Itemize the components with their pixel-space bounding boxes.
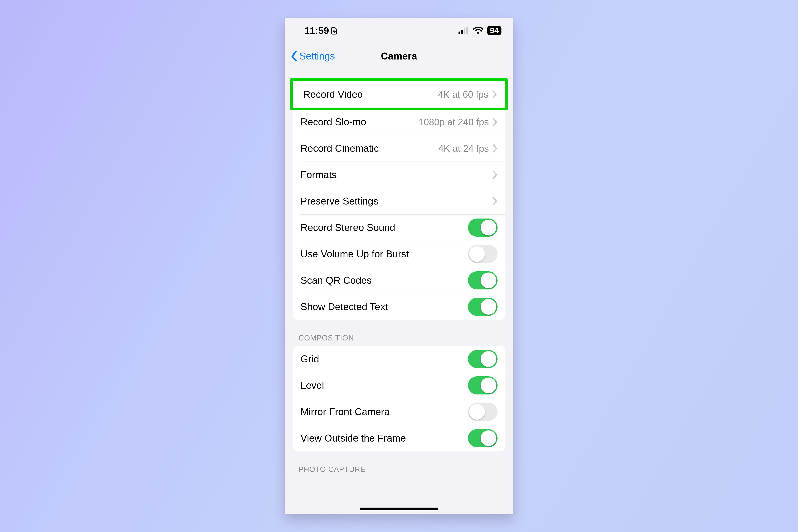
highlight-record-video: Record Video 4K at 60 fps xyxy=(290,78,508,110)
chevron-right-icon xyxy=(492,118,497,126)
row-label: Record Stereo Sound xyxy=(301,222,395,233)
row-label: Use Volume Up for Burst xyxy=(301,248,409,260)
phone-screen: 11:59 xyxy=(285,18,513,514)
toggle-grid[interactable] xyxy=(468,350,497,368)
row-value: 4K at 24 fps xyxy=(438,143,489,154)
row-label: View Outside the Frame xyxy=(301,433,406,444)
chevron-right-icon xyxy=(492,144,497,153)
svg-rect-5 xyxy=(466,27,468,34)
row-right: 4K at 60 fps xyxy=(438,89,497,100)
row-grid: Grid xyxy=(292,346,506,372)
svg-rect-3 xyxy=(461,30,463,34)
toggle-view-outside[interactable] xyxy=(468,429,497,447)
chevron-right-icon xyxy=(492,197,497,206)
nav-bar: Settings Camera xyxy=(285,43,513,69)
status-right: 94 xyxy=(458,26,502,35)
row-record-stereo: Record Stereo Sound xyxy=(292,214,506,241)
row-record-slomo[interactable]: Record Slo-mo 1080p at 240 fps xyxy=(292,109,506,135)
toggle-mirror-front[interactable] xyxy=(468,403,497,421)
row-scan-qr: Scan QR Codes xyxy=(292,267,506,293)
status-time: 11:59 xyxy=(304,25,329,36)
toggle-volume-burst[interactable] xyxy=(468,245,497,263)
sim-card-icon xyxy=(331,26,338,35)
svg-rect-2 xyxy=(458,32,460,34)
settings-content: Record Video 4K at 60 fps Record Slo-mo … xyxy=(285,69,513,514)
row-label: Scan QR Codes xyxy=(301,275,372,286)
row-right xyxy=(492,170,497,179)
chevron-right-icon xyxy=(492,170,497,179)
status-left: 11:59 xyxy=(304,25,338,36)
row-right xyxy=(492,197,497,206)
chevron-left-icon xyxy=(291,51,298,62)
row-volume-burst: Use Volume Up for Burst xyxy=(292,241,506,267)
cellular-signal-icon xyxy=(458,27,469,34)
row-record-cinematic[interactable]: Record Cinematic 4K at 24 fps xyxy=(292,135,506,162)
back-label: Settings xyxy=(299,51,335,62)
row-mirror-front: Mirror Front Camera xyxy=(292,399,506,425)
wifi-icon xyxy=(473,27,483,34)
row-preserve-settings[interactable]: Preserve Settings xyxy=(292,188,506,214)
row-formats[interactable]: Formats xyxy=(292,162,506,188)
row-record-video[interactable]: Record Video 4K at 60 fps xyxy=(293,81,505,108)
group-composition: Grid Level Mirror Front Camera View Outs… xyxy=(292,346,506,451)
row-label: Record Slo-mo xyxy=(301,116,366,128)
svg-rect-4 xyxy=(463,28,466,34)
row-level: Level xyxy=(292,372,506,399)
status-bar: 11:59 xyxy=(285,18,513,43)
row-show-text: Show Detected Text xyxy=(292,293,506,320)
svg-point-1 xyxy=(334,31,335,32)
section-header-composition: COMPOSITION xyxy=(285,320,513,346)
chevron-right-icon xyxy=(492,90,497,99)
row-right: 1080p at 240 fps xyxy=(418,117,497,128)
row-value: 4K at 60 fps xyxy=(438,89,489,100)
group-main: Record Slo-mo 1080p at 240 fps Record Ci… xyxy=(292,109,506,320)
battery-percent: 94 xyxy=(490,26,499,35)
row-label: Mirror Front Camera xyxy=(301,406,390,418)
toggle-record-stereo[interactable] xyxy=(468,218,497,236)
toggle-scan-qr[interactable] xyxy=(468,271,497,289)
home-indicator[interactable] xyxy=(360,508,438,510)
row-label: Preserve Settings xyxy=(301,195,378,207)
row-label: Formats xyxy=(301,169,337,180)
svg-point-6 xyxy=(477,32,479,34)
row-label: Level xyxy=(301,380,324,391)
row-label: Grid xyxy=(301,353,319,365)
back-button[interactable]: Settings xyxy=(285,51,335,62)
battery-badge: 94 xyxy=(487,26,502,35)
row-label: Record Video xyxy=(303,89,363,100)
row-label: Show Detected Text xyxy=(301,301,388,312)
section-header-photo-capture: PHOTO CAPTURE xyxy=(285,451,513,477)
row-label: Record Cinematic xyxy=(301,142,379,154)
toggle-show-text[interactable] xyxy=(468,298,497,316)
row-right: 4K at 24 fps xyxy=(438,143,497,154)
toggle-level[interactable] xyxy=(468,376,497,395)
row-view-outside: View Outside the Frame xyxy=(292,425,506,451)
row-value: 1080p at 240 fps xyxy=(418,117,489,128)
